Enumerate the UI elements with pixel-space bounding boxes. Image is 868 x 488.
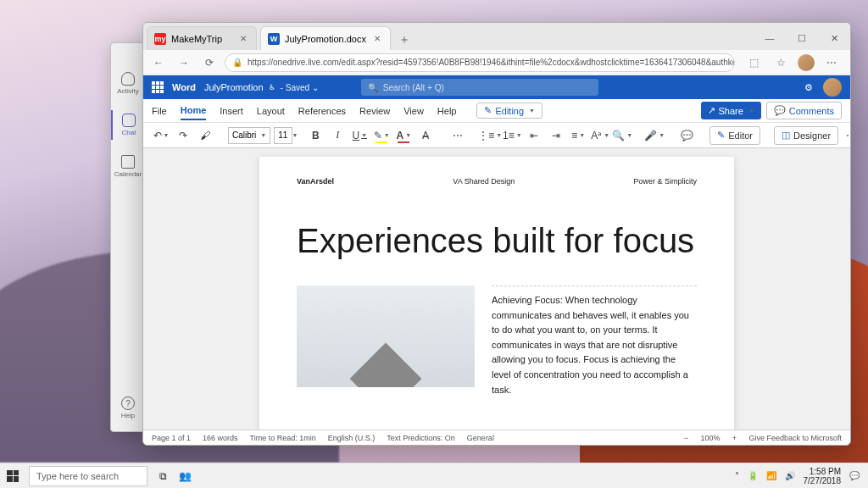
teams-rail-chat[interactable]: Chat	[111, 110, 145, 140]
underline-button[interactable]: U▼	[350, 126, 369, 145]
taskbar-clock[interactable]: 1:58 PM 7/27/2018	[804, 467, 842, 485]
styles-button[interactable]: Aᵃ▼	[591, 126, 609, 145]
zoom-level[interactable]: 100%	[700, 434, 720, 442]
font-name-select[interactable]: Calibri▼	[228, 127, 270, 144]
refresh-button[interactable]: ⟳	[199, 53, 220, 73]
tab-close-icon[interactable]: ✕	[371, 33, 383, 45]
extensions-icon[interactable]: ⬚	[743, 53, 764, 73]
maximize-button[interactable]: ☐	[786, 26, 818, 50]
editing-mode-dropdown[interactable]: ✎ Editing ▼	[476, 103, 542, 119]
italic-button[interactable]: I	[328, 126, 347, 145]
tab-makemytrip[interactable]: my MakeMyTrip ✕	[147, 26, 257, 50]
tab-references[interactable]: References	[298, 103, 346, 119]
format-painter-button[interactable]: 🖌	[196, 126, 214, 145]
document-title[interactable]: JulyPromotion ♿︎ - Saved ⌄	[204, 82, 319, 92]
decrease-indent-button[interactable]: ⇤	[525, 126, 543, 145]
status-language[interactable]: English (U.S.)	[328, 434, 376, 442]
settings-icon[interactable]: ⚙	[804, 82, 813, 93]
tray-chevron-icon[interactable]: ˄	[735, 471, 739, 480]
minimize-button[interactable]: —	[754, 26, 786, 50]
add-comment-button[interactable]: 💬	[677, 126, 696, 145]
comment-icon: 💬	[774, 105, 786, 116]
tab-insert[interactable]: Insert	[220, 103, 243, 119]
feedback-link[interactable]: Give Feedback to Microsoft	[748, 434, 842, 442]
taskbar-search[interactable]: Type here to search	[29, 466, 147, 486]
comments-button[interactable]: 💬 Comments	[766, 102, 842, 119]
document-page[interactable]: VanArsdel VA Shared Design Power & Simpl…	[259, 157, 734, 430]
rail-label: Help	[121, 412, 135, 419]
doc-name-text: JulyPromotion	[204, 82, 264, 92]
tab-close-icon[interactable]: ✕	[237, 33, 249, 45]
editor-label: Editor	[728, 130, 753, 141]
volume-icon[interactable]: 🔊	[785, 471, 795, 480]
clear-format-button[interactable]: A̶	[416, 126, 435, 145]
document-title-text: Experiences built for focus	[297, 221, 697, 260]
tab-home[interactable]: Home	[181, 102, 207, 120]
ribbon-overflow-button[interactable]: ⋯	[842, 126, 851, 145]
status-page[interactable]: Page 1 of 1	[152, 434, 191, 442]
tab-view[interactable]: View	[403, 103, 424, 119]
battery-icon[interactable]: 🔋	[748, 471, 758, 480]
teams-taskbar-icon[interactable]: 👥	[178, 469, 192, 483]
word-header: Word JulyPromotion ♿︎ - Saved ⌄ 🔍 Search…	[143, 75, 850, 99]
redo-button[interactable]: ↷	[174, 126, 192, 145]
account-avatar[interactable]	[823, 78, 842, 97]
browser-window: my MakeMyTrip ✕ W JulyPromotion.docx ✕ ＋…	[142, 22, 851, 446]
status-general[interactable]: General	[467, 434, 494, 442]
clock-time: 1:58 PM	[804, 467, 842, 476]
word-favicon: W	[268, 33, 280, 45]
dictate-button[interactable]: 🎤▼	[645, 126, 664, 145]
share-button[interactable]: ↗ Share ▼	[701, 102, 761, 119]
status-readtime[interactable]: Time to Read: 1min	[250, 434, 316, 442]
app-name: Word	[172, 82, 196, 92]
tab-review[interactable]: Review	[359, 103, 390, 119]
teams-rail-calendar[interactable]: Calendar	[111, 152, 145, 181]
editor-button[interactable]: ✎ Editor	[709, 126, 760, 145]
favorites-icon[interactable]: ☆	[771, 53, 791, 73]
profile-avatar[interactable]	[798, 54, 815, 71]
search-icon: 🔍	[368, 83, 378, 92]
tab-help[interactable]: Help	[437, 103, 457, 119]
document-canvas[interactable]: VanArsdel VA Shared Design Power & Simpl…	[143, 148, 850, 430]
app-launcher-icon[interactable]	[152, 81, 164, 93]
teams-rail-activity[interactable]: Activity	[111, 69, 145, 98]
undo-button[interactable]: ↶▼	[152, 126, 170, 145]
menu-icon[interactable]: ⋯	[821, 53, 842, 73]
calendar-icon	[121, 155, 135, 169]
close-window-button[interactable]: ✕	[818, 26, 850, 50]
back-button[interactable]: ←	[148, 53, 169, 73]
pencil-icon: ✎	[484, 105, 492, 116]
status-predictions[interactable]: Text Predictions: On	[387, 434, 455, 442]
header-right: Power & Simplicity	[633, 177, 697, 186]
more-font-button[interactable]: ⋯	[448, 126, 467, 145]
zoom-in-button[interactable]: +	[728, 434, 740, 442]
address-bar[interactable]: 🔒 https://onedrive.live.com/edit.aspx?re…	[225, 53, 735, 72]
teams-rail-help[interactable]: ? Help	[111, 393, 145, 423]
start-button[interactable]	[0, 463, 25, 489]
numbering-button[interactable]: 1≡▼	[503, 126, 521, 145]
designer-button[interactable]: ◫ Designer	[774, 126, 838, 145]
font-color-button[interactable]: A▼	[394, 126, 413, 145]
task-view-icon[interactable]: ⧉	[156, 469, 170, 483]
tab-layout[interactable]: Layout	[257, 103, 285, 119]
increase-indent-button[interactable]: ⇥	[547, 126, 565, 145]
bullets-button[interactable]: ⋮≡▼	[481, 126, 499, 145]
forward-button[interactable]: →	[174, 53, 194, 73]
font-size-select[interactable]: 11▼	[274, 127, 292, 144]
bold-button[interactable]: B	[306, 126, 325, 145]
find-button[interactable]: 🔍▼	[613, 126, 632, 145]
editing-label: Editing	[495, 106, 524, 116]
notifications-icon[interactable]: 💬	[849, 471, 860, 480]
search-box[interactable]: 🔍 Search (Alt + Q)	[361, 79, 598, 96]
tab-julypromotion[interactable]: W JulyPromotion.docx ✕	[260, 26, 391, 50]
bell-icon	[121, 72, 135, 86]
status-bar: Page 1 of 1 166 words Time to Read: 1min…	[143, 430, 850, 445]
highlight-button[interactable]: ✎▼	[372, 126, 391, 145]
zoom-out-button[interactable]: −	[680, 434, 692, 442]
tab-file[interactable]: File	[152, 103, 167, 119]
align-button[interactable]: ≡▼	[569, 126, 587, 145]
new-tab-button[interactable]: ＋	[394, 30, 415, 50]
rail-label: Chat	[122, 129, 136, 136]
wifi-icon[interactable]: 📶	[766, 471, 776, 480]
status-wordcount[interactable]: 166 words	[203, 434, 238, 442]
